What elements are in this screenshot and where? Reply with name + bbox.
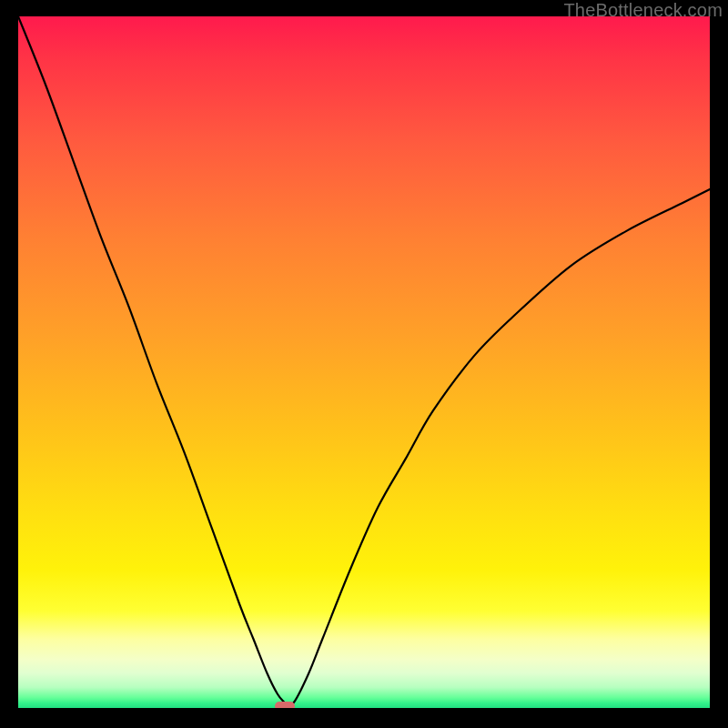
curve-svg: [18, 16, 710, 708]
plot-area: [18, 16, 710, 708]
chart-frame: TheBottleneck.com: [0, 0, 728, 728]
minimum-marker: [275, 702, 295, 708]
bottleneck-curve-path: [18, 16, 710, 706]
